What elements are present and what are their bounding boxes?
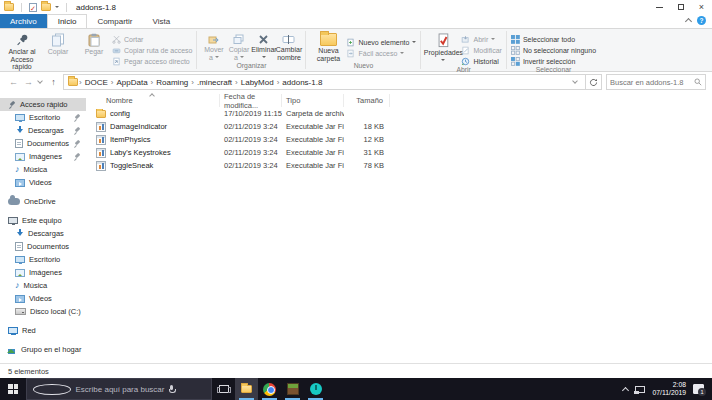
properties-button[interactable]: Propiedades: [425, 32, 461, 64]
header-tamano[interactable]: Tamaño: [344, 94, 390, 107]
restore-button[interactable]: [670, 0, 691, 14]
invert-selection-button[interactable]: Invertir selección: [511, 56, 596, 66]
taskbar-app-chrome[interactable]: [258, 378, 281, 400]
sidebar-item-pc-videos[interactable]: Videos: [0, 292, 86, 305]
pin-to-quick-access-button[interactable]: Anclar alAcceso rápido: [4, 32, 40, 71]
sidebar-item-musica[interactable]: ♪ Música: [0, 163, 86, 176]
pinned-icon: [73, 153, 81, 161]
sidebar-item-escritorio[interactable]: Escritorio: [0, 111, 86, 124]
address-dropdown-icon[interactable]: [572, 78, 578, 84]
move-to-button[interactable]: Mover a: [201, 32, 226, 61]
select-all-button[interactable]: Seleccionar todo: [511, 34, 596, 44]
tab-compartir[interactable]: Compartir: [87, 14, 142, 28]
tab-vista[interactable]: Vista: [143, 14, 181, 28]
hidden-icons-chevron-icon[interactable]: [622, 386, 629, 393]
rename-button[interactable]: Cambiarnombre: [276, 32, 301, 61]
easy-access-button[interactable]: Fácil acceso: [346, 48, 416, 58]
edit-button[interactable]: Modificar: [461, 45, 501, 55]
chrome-icon: [263, 383, 276, 396]
items-count: 5 elementos: [8, 367, 49, 376]
header-fecha[interactable]: Fecha de modifica...: [220, 94, 282, 107]
crumb-doce[interactable]: DOCE: [83, 78, 110, 87]
quick-access-pin-icon: [8, 101, 16, 109]
tab-inicio[interactable]: Inicio: [47, 14, 88, 28]
refresh-button[interactable]: [586, 74, 602, 90]
sidebar-item-pc-musica[interactable]: ♪ Música: [0, 279, 86, 292]
copy-icon: [51, 33, 65, 47]
copy-button[interactable]: Copiar: [40, 32, 76, 56]
collapse-ribbon-icon[interactable]: [685, 18, 692, 25]
sidebar-item-disco-local[interactable]: Disco local (C:): [0, 305, 86, 318]
crumb-appdata[interactable]: AppData: [114, 78, 149, 87]
copy-path-button[interactable]: Copiar ruta de acceso: [112, 45, 192, 55]
refresh-icon: [589, 78, 598, 87]
new-item-button[interactable]: Nuevo elemento: [346, 37, 416, 47]
file-row-labys-keystrokes[interactable]: Laby's Keystrokes 02/11/2019 3:24 Execut…: [86, 146, 712, 159]
qat-customize-caret-icon[interactable]: [55, 6, 59, 10]
group-label-new: Nuevo: [306, 62, 420, 71]
help-icon[interactable]: [697, 16, 706, 25]
new-folder-button[interactable]: Nuevacarpeta: [310, 32, 346, 62]
sidebar-item-descargas[interactable]: Descargas: [0, 124, 86, 137]
sidebar-item-pc-imagenes[interactable]: Imágenes: [0, 266, 86, 279]
start-button[interactable]: [0, 378, 26, 400]
taskbar-app-explorer[interactable]: [235, 378, 258, 400]
search-icon: [694, 78, 702, 86]
sidebar-item-pc-descargas[interactable]: Descargas: [0, 227, 86, 240]
crumb-minecraft[interactable]: .minecraft: [195, 78, 234, 87]
sidebar-item-imagenes[interactable]: Imágenes: [0, 150, 86, 163]
tab-archivo[interactable]: Archivo: [0, 14, 47, 28]
sidebar-item-pc-documentos[interactable]: Documentos: [0, 240, 86, 253]
file-row-config[interactable]: config 17/10/2019 11:15 Carpeta de archi…: [86, 107, 712, 120]
search-box[interactable]: [606, 74, 706, 90]
search-input[interactable]: [610, 78, 694, 87]
taskbar-app-teal[interactable]: [304, 378, 327, 400]
qat-new-folder-icon[interactable]: [41, 3, 51, 11]
sidebar-item-pc-escritorio[interactable]: Escritorio: [0, 253, 86, 266]
header-nombre[interactable]: Nombre: [86, 94, 220, 107]
file-row-togglesneak[interactable]: ToggleSneak 02/11/2019 3:24 Executable J…: [86, 159, 712, 172]
copy-to-button[interactable]: Copiar a: [226, 32, 251, 61]
breadcrumb[interactable]: DOCE AppData Roaming .minecraft LabyMod …: [63, 74, 586, 90]
select-none-button[interactable]: No seleccionar ninguno: [511, 45, 596, 55]
paste-shortcut-button[interactable]: Pegar acceso directo: [112, 56, 192, 66]
close-button[interactable]: ×: [691, 0, 712, 14]
cut-button[interactable]: Cortar: [112, 34, 192, 44]
file-list: Nombre Fecha de modifica... Tipo Tamaño …: [86, 92, 712, 363]
navigation-pane: Acceso rápido Escritorio Descargas Docum…: [0, 92, 86, 363]
taskbar-search[interactable]: Escribe aquí para buscar: [26, 378, 212, 400]
delete-button[interactable]: Eliminar: [251, 32, 276, 61]
sidebar-item-grupo-hogar[interactable]: Grupo en el hogar: [0, 343, 86, 356]
sidebar-item-red[interactable]: Red: [0, 324, 86, 337]
history-button[interactable]: Historial: [461, 56, 501, 66]
open-button[interactable]: Abrir: [461, 34, 501, 44]
crumb-roaming[interactable]: Roaming: [154, 78, 190, 87]
file-row-damageindicator[interactable]: DamageIndicator 02/11/2019 3:24 Executab…: [86, 120, 712, 133]
paste-button[interactable]: Pegar: [76, 32, 112, 56]
recent-locations-caret-icon[interactable]: [37, 78, 43, 84]
file-row-itemphysics[interactable]: ItemPhysics 02/11/2019 3:24 Executable J…: [86, 133, 712, 146]
notification-center-icon[interactable]: 1: [693, 384, 704, 394]
taskbar-clock[interactable]: 2:08 07/11/2019: [652, 381, 686, 398]
minimize-button[interactable]: [649, 0, 670, 14]
documents-icon: [15, 242, 23, 251]
window-title: addons-1.8: [76, 3, 116, 12]
sidebar-item-videos[interactable]: Videos: [0, 176, 86, 189]
header-tipo[interactable]: Tipo: [282, 94, 344, 107]
task-view-button[interactable]: [212, 378, 235, 400]
sidebar-item-onedrive[interactable]: OneDrive: [0, 195, 86, 208]
crumb-addons[interactable]: addons-1.8: [280, 78, 324, 87]
forward-button[interactable]: →: [21, 77, 36, 87]
crumb-labymod[interactable]: LabyMod: [239, 78, 276, 87]
back-button[interactable]: ←: [6, 77, 21, 87]
up-button[interactable]: ↑: [46, 77, 61, 87]
downloads-icon: [15, 126, 24, 135]
sidebar-item-acceso-rapido[interactable]: Acceso rápido: [0, 98, 86, 111]
sidebar-item-documentos[interactable]: Documentos: [0, 137, 86, 150]
tray-network-icon[interactable]: [635, 386, 645, 393]
qat-properties-icon[interactable]: [29, 3, 37, 12]
open-icon: [461, 35, 470, 44]
sidebar-item-este-equipo[interactable]: Este equipo: [0, 214, 86, 227]
microphone-icon[interactable]: [169, 385, 205, 393]
taskbar-app-minecraft[interactable]: [281, 378, 304, 400]
